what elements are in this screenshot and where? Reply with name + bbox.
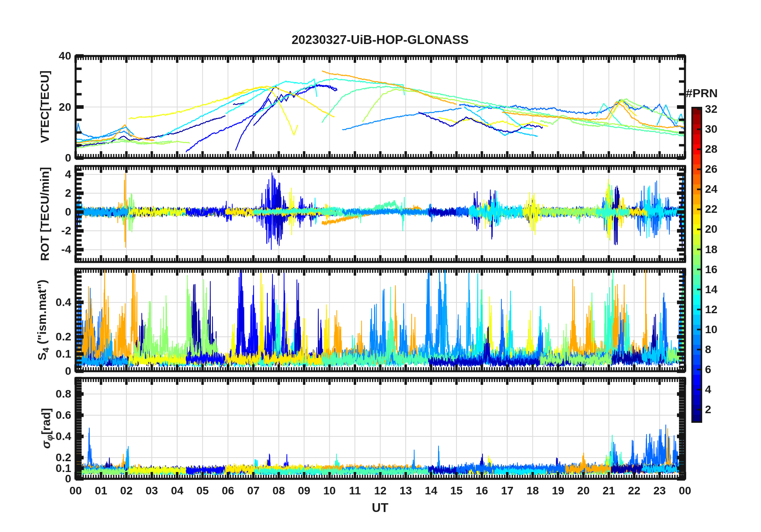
colorbar-tick-label: 14 bbox=[705, 282, 737, 297]
colorbar-tick-label: 2 bbox=[705, 402, 737, 417]
colorbar-tick-label: 20 bbox=[705, 222, 737, 237]
colorbar-tick-label: 8 bbox=[705, 342, 737, 357]
colorbar-tick-label: 18 bbox=[705, 242, 737, 257]
colorbar-tick-label: 28 bbox=[705, 142, 737, 157]
colorbar-tick-label: 30 bbox=[705, 122, 737, 137]
colorbar-title: #PRN bbox=[686, 86, 718, 100]
y-tick-label: 0 bbox=[37, 364, 71, 379]
x-axis-label: UT bbox=[372, 501, 388, 515]
y-tick-label: -2 bbox=[37, 223, 71, 238]
colorbar-tick-label: 22 bbox=[705, 202, 737, 217]
colorbar-tick-label: 4 bbox=[705, 382, 737, 397]
colorbar-tick-label: 6 bbox=[705, 362, 737, 377]
y-tick-label: -4 bbox=[37, 242, 71, 257]
y-tick-label: 20 bbox=[37, 100, 71, 115]
chart-canvas bbox=[0, 0, 761, 532]
colorbar-tick-label: 26 bbox=[705, 162, 737, 177]
colorbar-tick-label: 24 bbox=[705, 182, 737, 197]
x-tick-label: 00 bbox=[669, 483, 701, 498]
y-tick-label: 0.8 bbox=[37, 386, 71, 402]
glonass-scintillation-figure: 20230327-UiB-HOP-GLONASS VTEC[TECU] ROT … bbox=[0, 0, 761, 532]
y-tick-label: 0.2 bbox=[37, 329, 71, 344]
y-tick-label: 0.4 bbox=[37, 295, 71, 310]
y-tick-label: 0 bbox=[37, 204, 71, 220]
colorbar-tick-label: 10 bbox=[705, 322, 737, 337]
y-tick-label: 0 bbox=[37, 150, 71, 166]
y-tick-label: 0.6 bbox=[37, 408, 71, 423]
colorbar-tick-label: 32 bbox=[705, 102, 737, 117]
y-tick-label: 0.2 bbox=[37, 450, 71, 465]
y-tick-label: 2 bbox=[37, 186, 71, 201]
y-tick-label: 0.1 bbox=[37, 346, 71, 362]
colorbar-tick-label: 16 bbox=[705, 262, 737, 277]
y-tick-label: 0.4 bbox=[37, 429, 71, 444]
y-tick-label: 40 bbox=[37, 48, 71, 64]
y-tick-label: 4 bbox=[37, 167, 71, 182]
colorbar-tick-label: 12 bbox=[705, 302, 737, 317]
chart-title: 20230327-UiB-HOP-GLONASS bbox=[292, 33, 469, 47]
